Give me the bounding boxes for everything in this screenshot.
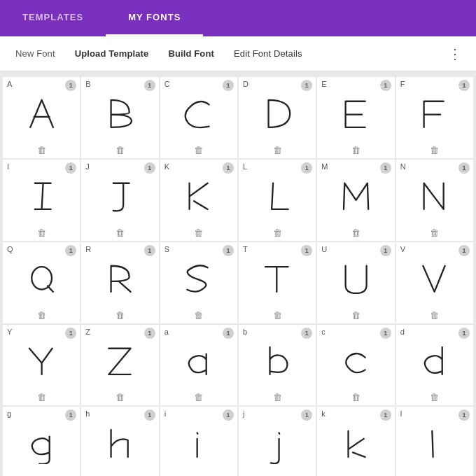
- glyph-delete-icon[interactable]: 🗑: [37, 227, 46, 238]
- glyph-badge: 1: [65, 328, 76, 339]
- glyph-delete-icon[interactable]: 🗑: [37, 145, 46, 155]
- glyph-delete-icon[interactable]: 🗑: [115, 392, 125, 402]
- glyph-label: B: [85, 80, 90, 88]
- glyph-label: L: [243, 162, 247, 171]
- glyph-cell-i[interactable]: i 1 🗑: [160, 407, 237, 476]
- glyph-badge: 1: [65, 245, 76, 256]
- nav-my-fonts[interactable]: MY FONTS: [106, 0, 203, 36]
- glyph-cell-Q[interactable]: Q 1 🗑: [3, 242, 80, 323]
- glyph-cell-F[interactable]: F 1 🗑: [396, 77, 473, 158]
- glyph-cell-l[interactable]: l 1 🗑: [396, 407, 473, 476]
- glyph-cell-U[interactable]: U 1 🗑: [317, 242, 394, 323]
- glyph-badge: 1: [380, 245, 391, 256]
- glyph-label: d: [400, 328, 405, 336]
- glyph-delete-icon[interactable]: 🗑: [430, 145, 439, 155]
- glyph-badge: 1: [301, 328, 312, 339]
- glyph-label: E: [321, 80, 326, 88]
- glyph-badge: 1: [223, 245, 234, 256]
- glyph-cell-T[interactable]: T 1 🗑: [239, 242, 316, 323]
- glyph-delete-icon[interactable]: 🗑: [37, 392, 46, 402]
- glyph-badge: 1: [380, 410, 391, 421]
- toolbar: New Font Upload Template Build Font Edit…: [0, 36, 476, 71]
- glyph-label: g: [7, 410, 11, 418]
- glyph-label: D: [243, 80, 248, 88]
- glyph-cell-A[interactable]: A 1 🗑: [3, 77, 80, 158]
- glyph-cell-Z[interactable]: Z 1 🗑: [81, 325, 158, 406]
- glyph-label: F: [400, 80, 405, 88]
- glyph-badge: 1: [144, 410, 155, 421]
- glyph-label: I: [7, 162, 9, 171]
- glyph-delete-icon[interactable]: 🗑: [351, 310, 360, 321]
- glyph-cell-J[interactable]: J 1 🗑: [81, 160, 158, 241]
- glyph-delete-icon[interactable]: 🗑: [194, 392, 203, 402]
- glyph-cell-b[interactable]: b 1 🗑: [239, 325, 316, 406]
- glyph-delete-icon[interactable]: 🗑: [430, 392, 439, 402]
- glyph-delete-icon[interactable]: 🗑: [351, 392, 360, 402]
- glyph-delete-icon[interactable]: 🗑: [351, 227, 360, 238]
- glyph-delete-icon[interactable]: 🗑: [351, 145, 360, 155]
- glyph-label: S: [164, 245, 169, 253]
- glyph-cell-a[interactable]: a 1 🗑: [160, 325, 237, 406]
- glyph-grid: A 1 🗑 B 1 🗑 C 1 🗑 D 1: [0, 71, 476, 476]
- glyph-badge: 1: [380, 328, 391, 339]
- glyph-label: k: [321, 410, 326, 418]
- glyph-cell-D[interactable]: D 1 🗑: [239, 77, 316, 158]
- glyph-cell-d[interactable]: d 1 🗑: [396, 325, 473, 406]
- glyph-delete-icon[interactable]: 🗑: [115, 227, 125, 238]
- top-nav: TEMPLATES MY FONTS: [0, 0, 476, 36]
- glyph-badge: 1: [144, 245, 155, 256]
- glyph-badge: 1: [301, 245, 312, 256]
- glyph-label: T: [243, 245, 248, 253]
- glyph-delete-icon[interactable]: 🗑: [273, 310, 282, 321]
- glyph-delete-icon[interactable]: 🗑: [430, 227, 439, 238]
- glyph-cell-j[interactable]: j 1 🗑: [239, 407, 316, 476]
- glyph-label: l: [400, 410, 402, 418]
- glyph-cell-g[interactable]: g 1 🗑: [3, 407, 80, 476]
- glyph-delete-icon[interactable]: 🗑: [37, 310, 46, 321]
- glyph-cell-L[interactable]: L 1 🗑: [239, 160, 316, 241]
- glyph-label: i: [164, 410, 166, 418]
- glyph-delete-icon[interactable]: 🗑: [430, 310, 439, 321]
- edit-font-details-button[interactable]: Edit Font Details: [224, 44, 312, 63]
- glyph-cell-c[interactable]: c 1 🗑: [317, 325, 394, 406]
- glyph-cell-K[interactable]: K 1 🗑: [160, 160, 237, 241]
- glyph-cell-B[interactable]: B 1 🗑: [81, 77, 158, 158]
- glyph-badge: 1: [458, 328, 470, 339]
- glyph-label: J: [85, 162, 90, 171]
- glyph-delete-icon[interactable]: 🗑: [273, 392, 282, 402]
- glyph-delete-icon[interactable]: 🗑: [194, 310, 203, 321]
- nav-templates[interactable]: TEMPLATES: [0, 0, 106, 36]
- glyph-cell-h[interactable]: h 1 🗑: [81, 407, 158, 476]
- glyph-cell-Y[interactable]: Y 1 🗑: [3, 325, 80, 406]
- new-font-button[interactable]: New Font: [6, 44, 65, 63]
- glyph-delete-icon[interactable]: 🗑: [115, 310, 125, 321]
- glyph-cell-N[interactable]: N 1 🗑: [396, 160, 473, 241]
- glyph-badge: 1: [144, 80, 155, 91]
- more-menu-button[interactable]: ⋮: [441, 41, 470, 66]
- glyph-delete-icon[interactable]: 🗑: [273, 227, 282, 238]
- glyph-cell-M[interactable]: M 1 🗑: [317, 160, 394, 241]
- glyph-badge: 1: [223, 80, 234, 91]
- glyph-label: j: [243, 410, 244, 418]
- glyph-cell-E[interactable]: E 1 🗑: [317, 77, 394, 158]
- glyph-cell-S[interactable]: S 1 🗑: [160, 242, 237, 323]
- upload-template-button[interactable]: Upload Template: [65, 44, 159, 63]
- build-font-button[interactable]: Build Font: [158, 44, 224, 63]
- glyph-cell-R[interactable]: R 1 🗑: [81, 242, 158, 323]
- glyph-delete-icon[interactable]: 🗑: [194, 227, 203, 238]
- glyph-cell-I[interactable]: I 1 🗑: [3, 160, 80, 241]
- glyph-delete-icon[interactable]: 🗑: [115, 145, 125, 155]
- glyph-delete-icon[interactable]: 🗑: [194, 145, 203, 155]
- glyph-label: a: [164, 328, 169, 336]
- glyph-label: M: [321, 162, 328, 171]
- glyph-cell-C[interactable]: C 1 🗑: [160, 77, 237, 158]
- glyph-label: R: [85, 245, 91, 253]
- glyph-scroll-area: A 1 🗑 B 1 🗑 C 1 🗑 D 1: [0, 71, 476, 476]
- glyph-delete-icon[interactable]: 🗑: [273, 145, 282, 155]
- glyph-label: b: [243, 328, 247, 336]
- glyph-label: Q: [7, 245, 13, 253]
- glyph-badge: 1: [380, 162, 391, 174]
- glyph-cell-V[interactable]: V 1 🗑: [396, 242, 473, 323]
- glyph-cell-k[interactable]: k 1 🗑: [317, 407, 394, 476]
- glyph-badge: 1: [223, 328, 234, 339]
